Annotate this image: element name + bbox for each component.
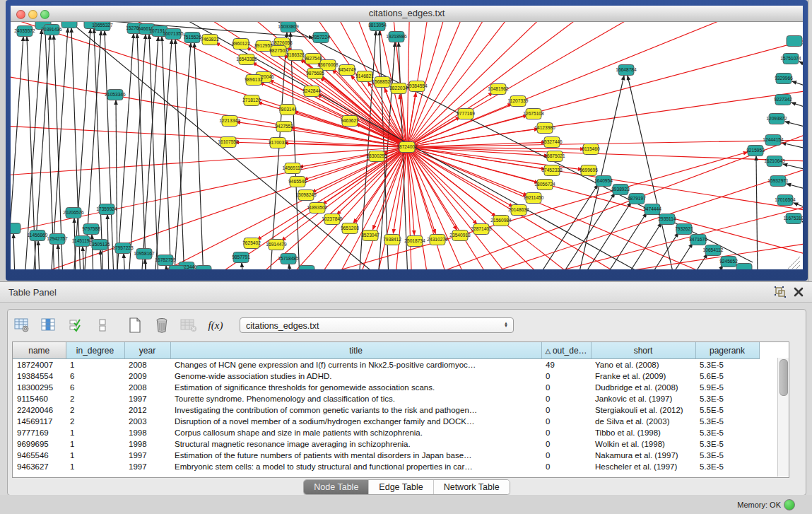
network-node[interactable]: 24035572 xyxy=(14,26,35,37)
network-node[interactable]: 10655327 xyxy=(92,22,113,31)
network-node[interactable]: 7938412 xyxy=(383,235,401,245)
create-column-icon[interactable] xyxy=(126,317,143,334)
table-cell[interactable]: Genome-wide association studies in ADHD. xyxy=(170,370,541,382)
table-cell[interactable]: Yano et al. (2008) xyxy=(591,359,695,371)
table-cell[interactable]: 1 xyxy=(66,438,124,450)
table-cell[interactable]: 0 xyxy=(541,370,591,382)
float-window-icon[interactable] xyxy=(774,286,787,298)
show-rows-icon[interactable] xyxy=(94,317,111,334)
column-header-name[interactable]: name xyxy=(13,342,66,359)
network-node[interactable]: 7625402 xyxy=(242,238,261,249)
network-node[interactable]: 1640954 xyxy=(594,176,613,187)
network-node[interactable]: 16107552 xyxy=(218,137,239,148)
table-cell[interactable]: Changes of HCN gene expression and I(f) … xyxy=(170,359,541,371)
network-node[interactable] xyxy=(11,223,20,234)
network-node[interactable]: 9227342 xyxy=(774,95,792,105)
network-node[interactable]: 10654112 xyxy=(703,245,724,256)
network-node[interactable]: 25018734 xyxy=(404,236,425,247)
table-cell[interactable]: Jankovic et al. (1997) xyxy=(591,393,695,404)
table-cell[interactable]: 1 xyxy=(66,450,124,461)
network-node[interactable]: 14123980 xyxy=(534,123,555,134)
network-node[interactable]: 7803144 xyxy=(278,105,297,115)
table-cell[interactable]: Dudbridge et al. (2008) xyxy=(591,382,695,393)
table-cell[interactable]: Tibbo et al. (1998) xyxy=(591,427,695,438)
network-node[interactable]: 15751074 xyxy=(780,54,801,64)
network-node[interactable]: 13098245 xyxy=(295,190,317,201)
table-cell[interactable]: 2009 xyxy=(124,370,170,382)
table-cell[interactable]: 9777169 xyxy=(13,427,66,438)
network-node[interactable]: 9463627 xyxy=(341,116,359,127)
table-cell[interactable]: Embryonic stem cells: a model to study s… xyxy=(170,461,541,472)
table-cell[interactable]: 9115460 xyxy=(13,393,66,404)
network-node[interactable]: 7515526 xyxy=(183,33,201,43)
network-node[interactable]: 9875685 xyxy=(306,69,324,79)
table-cell[interactable]: 0 xyxy=(541,427,591,438)
network-node[interactable]: 16071355 xyxy=(163,29,184,40)
table-cell[interactable]: 18300295 xyxy=(13,382,66,393)
table-cell[interactable]: 9465546 xyxy=(13,450,66,461)
window-titlebar[interactable]: citations_edges.txt xyxy=(11,6,803,22)
table-cell[interactable]: 5.6E-5 xyxy=(695,370,759,382)
network-node[interactable]: 16210643 xyxy=(764,156,785,167)
table-cell[interactable]: Disruption of a novel member of a sodium… xyxy=(170,416,541,427)
table-cell[interactable]: Wolkin et al. (1998) xyxy=(591,438,695,450)
network-node[interactable]: 21560984 xyxy=(490,216,512,226)
network-node[interactable]: 13505135 xyxy=(89,240,110,250)
column-header-in_degree[interactable]: in_degree xyxy=(66,342,124,359)
network-node[interactable]: 15327446 xyxy=(541,137,563,148)
table-cell[interactable]: 0 xyxy=(541,450,591,461)
network-node[interactable] xyxy=(299,266,314,270)
table-cell[interactable]: Estimation of the future numbers of pati… xyxy=(170,450,541,461)
network-node[interactable]: 10237845 xyxy=(322,214,343,225)
network-node[interactable]: 8822034 xyxy=(389,83,408,94)
table-cell[interactable]: 0 xyxy=(541,438,591,450)
network-node[interactable]: 12444154 xyxy=(763,135,784,146)
network-node[interactable]: 18300295 xyxy=(366,151,387,162)
citation-network-graph[interactable]: 2403557220391436106553271527662646616010… xyxy=(11,22,803,269)
table-cell[interactable]: 5.9E-5 xyxy=(695,382,759,393)
table-cell[interactable]: 0 xyxy=(541,393,591,404)
network-node[interactable]: 9857791 xyxy=(232,252,250,263)
network-node[interactable]: 9242844 xyxy=(302,86,321,97)
network-node[interactable]: 7463822 xyxy=(201,35,219,45)
table-cell[interactable]: 0 xyxy=(541,416,591,427)
network-node[interactable]: 9474444 xyxy=(643,204,661,215)
network-node[interactable]: 9699695 xyxy=(579,165,598,176)
network-node[interactable]: 7857224 xyxy=(312,33,330,43)
table-cell[interactable]: Tourette syndrome. Phenomenology and cla… xyxy=(170,393,541,404)
network-node[interactable]: 18724007 xyxy=(396,142,418,153)
network-node[interactable]: 9896132 xyxy=(245,75,263,86)
network-node[interactable]: 11893502 xyxy=(307,203,328,214)
table-cell[interactable]: Franke et al. (2009) xyxy=(591,370,695,382)
table-cell[interactable]: 5.3E-5 xyxy=(695,359,759,371)
network-node[interactable]: 19384554 xyxy=(406,81,428,92)
table-cell[interactable]: 6 xyxy=(66,370,124,382)
network-node[interactable]: 18056724 xyxy=(534,180,555,190)
column-header-title[interactable]: title xyxy=(170,342,541,359)
table-cell[interactable]: 5.3E-5 xyxy=(695,427,759,438)
network-node[interactable]: 12942757 xyxy=(47,234,68,245)
network-node[interactable]: 9797588 xyxy=(82,224,100,235)
table-cell[interactable]: 5.3E-5 xyxy=(695,393,759,404)
table-cell[interactable]: 5.3E-5 xyxy=(695,461,759,472)
network-node[interactable]: 8170033 xyxy=(269,138,287,148)
table-cell[interactable]: de Silva et al. (2003) xyxy=(591,416,695,427)
table-cell[interactable]: 18724007 xyxy=(13,359,66,371)
table-row[interactable]: 1830029562008Estimation of significance … xyxy=(13,382,759,393)
table-cell[interactable]: 5.3E-5 xyxy=(695,416,759,427)
table-selector-dropdown[interactable]: citations_edges.txt ▲▼ xyxy=(240,317,514,333)
delete-table-icon[interactable] xyxy=(180,317,197,334)
table-cell[interactable]: 2008 xyxy=(124,359,170,371)
network-node[interactable]: 19218986 xyxy=(386,32,407,42)
network-node[interactable]: 15718485 xyxy=(278,254,299,264)
network-node[interactable]: 16543382 xyxy=(236,54,257,65)
network-node[interactable]: 12213343 xyxy=(219,116,240,127)
table-cell[interactable]: 5.5E-5 xyxy=(695,404,759,416)
table-cell[interactable]: 5.3E-5 xyxy=(695,450,759,461)
network-node[interactable]: 8186328 xyxy=(286,50,305,61)
table-row[interactable]: 946362711997Embryonic stem cells: a mode… xyxy=(13,461,759,472)
network-node[interactable]: 20148632 xyxy=(508,205,529,216)
table-cell[interactable]: 1 xyxy=(66,461,124,472)
table-cell[interactable]: 1 xyxy=(66,359,124,371)
network-node[interactable] xyxy=(736,264,752,270)
